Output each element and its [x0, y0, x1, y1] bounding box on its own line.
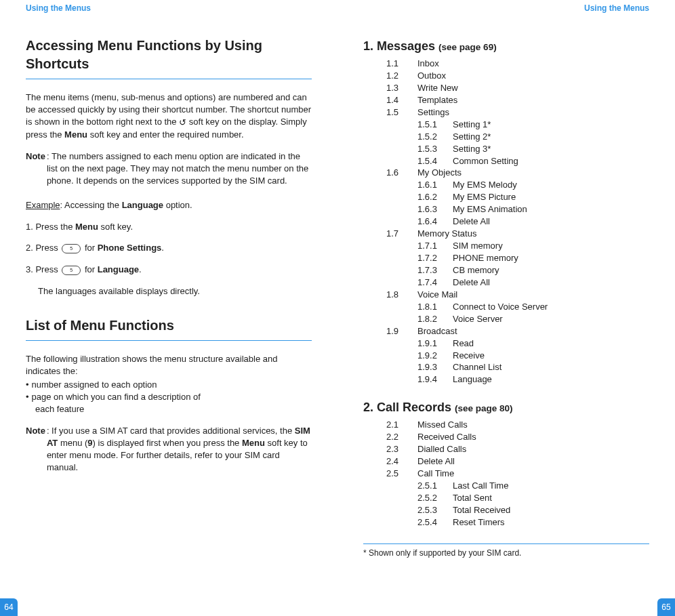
- submenu: 1.8.1Connect to Voice Server1.8.2Voice S…: [386, 301, 649, 325]
- submenu-item-number: 2.5.1: [417, 480, 453, 492]
- submenu-item: 1.5.4Common Setting: [417, 155, 649, 167]
- submenu-item-number: 1.6.3: [417, 203, 453, 215]
- menu-item: 2.2Received Calls: [386, 431, 649, 443]
- text: number assigned to each option: [32, 379, 157, 391]
- text: Language: [122, 200, 163, 210]
- text: Phone Settings: [98, 243, 162, 253]
- submenu-item-number: 2.5.4: [417, 516, 453, 529]
- submenu-item-number: 1.5.2: [417, 131, 453, 143]
- submenu-item-label: PHONE memory: [453, 252, 518, 264]
- menu-item: 2.5Call Time: [386, 468, 649, 480]
- text: Menu: [75, 222, 98, 232]
- page-spread: Using the Menus Accessing Menu Functions…: [0, 0, 675, 616]
- submenu-item-label: CB memory: [453, 264, 499, 276]
- submenu-item-label: Language: [453, 373, 492, 386]
- menu-item: 1.9Broadcast: [386, 325, 649, 337]
- submenu-item-number: 1.7.2: [417, 252, 453, 264]
- menu-item-label: Dialled Calls: [417, 443, 466, 455]
- submenu: 1.6.1My EMS Melody1.6.2My EMS Picture1.6…: [386, 179, 649, 228]
- submenu-item-label: Common Setting: [453, 155, 518, 167]
- text: soft key.: [98, 222, 133, 232]
- bullet-item: •number assigned to each option: [26, 379, 312, 391]
- menu-item-number: 1.5: [386, 106, 417, 119]
- menu-item: 1.2Outbox: [386, 70, 649, 82]
- menu-item-number: 1.2: [386, 70, 417, 82]
- submenu-item-label: Setting 1*: [453, 119, 491, 131]
- intro-paragraph: The menu items (menu, sub-menus and opti…: [26, 91, 312, 141]
- text: for: [82, 243, 97, 253]
- submenu-item-number: 1.9.1: [417, 337, 453, 350]
- submenu-item-number: 1.8.2: [417, 313, 453, 325]
- menu-item-number: 2.5: [386, 468, 417, 480]
- submenu-item: 1.9.3Channel List: [417, 361, 649, 373]
- step-1: 1. Press the Menu soft key.: [26, 221, 312, 233]
- submenu-item: 2.5.2Total Sent: [417, 492, 649, 504]
- submenu-item-number: 1.8.1: [417, 301, 453, 313]
- bullet-item-cont: each feature: [26, 403, 312, 415]
- step-3: 3. Press 5 for Language.: [26, 264, 312, 276]
- submenu: 1.9.1Read1.9.2Receive1.9.3Channel List1.…: [386, 337, 649, 386]
- submenu-item-label: Delete All: [453, 215, 490, 228]
- menu-item: 2.4Delete All: [386, 455, 649, 468]
- text: for: [82, 264, 97, 274]
- menu-item-label: Inbox: [417, 58, 439, 70]
- submenu-item-label: Receive: [453, 350, 485, 362]
- heading-list-menu-functions: List of Menu Functions: [26, 316, 312, 335]
- menu-item-label: Broadcast: [417, 325, 457, 337]
- para-structure: The following illustration shows the men…: [26, 353, 312, 377]
- menu-item: 1.4Templates: [386, 94, 649, 106]
- submenu-item-label: SIM memory: [453, 240, 503, 252]
- text: soft key and enter the required number.: [87, 129, 244, 140]
- key-5-icon: 5: [62, 244, 81, 253]
- text: page on which you can find a description…: [32, 391, 201, 403]
- text: menu (: [58, 438, 87, 448]
- submenu-item-number: 1.9.3: [417, 361, 453, 373]
- text: 1. Press the: [26, 222, 75, 232]
- submenu-item-label: Read: [453, 337, 474, 350]
- menu-item-number: 1.4: [386, 94, 417, 106]
- submenu-item: 1.7.4Delete All: [417, 276, 649, 289]
- running-head-right: Using the Menus: [363, 3, 649, 37]
- text: : Accessing the: [60, 200, 122, 210]
- submenu-item: 1.8.2Voice Server: [417, 313, 649, 325]
- menu-item-number: 1.3: [386, 82, 417, 94]
- submenu: 1.7.1SIM memory1.7.2PHONE memory1.7.3CB …: [386, 240, 649, 289]
- menu-item-label: Templates: [417, 94, 457, 106]
- menu-item: 1.6My Objects: [386, 167, 649, 179]
- example-line: Example: Accessing the Language option.: [26, 199, 312, 211]
- submenu-item-label: Total Sent: [453, 492, 492, 504]
- menu-item-number: 2.3: [386, 443, 417, 455]
- menu-item-number: 1.8: [386, 289, 417, 301]
- step-2: 2. Press 5 for Phone Settings.: [26, 242, 312, 254]
- rule: [26, 79, 312, 79]
- section-messages-title: 1. Messages (see page 69): [363, 39, 649, 54]
- submenu-item-label: Connect to Voice Server: [453, 301, 548, 313]
- menu-item: 1.8Voice Mail: [386, 289, 649, 301]
- rule: [26, 340, 312, 341]
- menu-item-number: 1.6: [386, 167, 417, 179]
- submenu-item-number: 1.5.1: [417, 119, 453, 131]
- menu-item-number: 2.4: [386, 455, 417, 468]
- menu-item-number: 1.1: [386, 58, 417, 70]
- submenu-item-label: Last Call Time: [453, 480, 508, 492]
- submenu-item-number: 1.6.4: [417, 215, 453, 228]
- menu-item-label: Received Calls: [417, 431, 476, 443]
- submenu-item: 1.5.2Setting 2*: [417, 131, 649, 143]
- submenu-item: 1.5.3Setting 3*: [417, 143, 649, 155]
- submenu-item: 1.5.1Setting 1*: [417, 119, 649, 131]
- submenu-item-number: 1.5.4: [417, 155, 453, 167]
- text: Menu: [64, 129, 87, 140]
- submenu: 2.5.1Last Call Time2.5.2Total Sent2.5.3T…: [386, 480, 649, 529]
- note-label: Note: [26, 150, 45, 187]
- submenu-item: 2.5.1Last Call Time: [417, 480, 649, 492]
- text: 2. Call Records: [363, 401, 451, 414]
- note-2: Note : If you use a SIM AT card that pro…: [26, 425, 312, 474]
- submenu-item-label: Reset Timers: [453, 516, 505, 529]
- menu-item: 1.3Write New: [386, 82, 649, 94]
- menu-item-number: 1.9: [386, 325, 417, 337]
- menu-item: 2.3Dialled Calls: [386, 443, 649, 455]
- menu-item-label: Missed Calls: [417, 419, 468, 431]
- step-result: The languages available displays directl…: [38, 285, 312, 297]
- text: 9: [87, 438, 92, 448]
- note-body: : The numbers assigned to each menu opti…: [47, 150, 312, 187]
